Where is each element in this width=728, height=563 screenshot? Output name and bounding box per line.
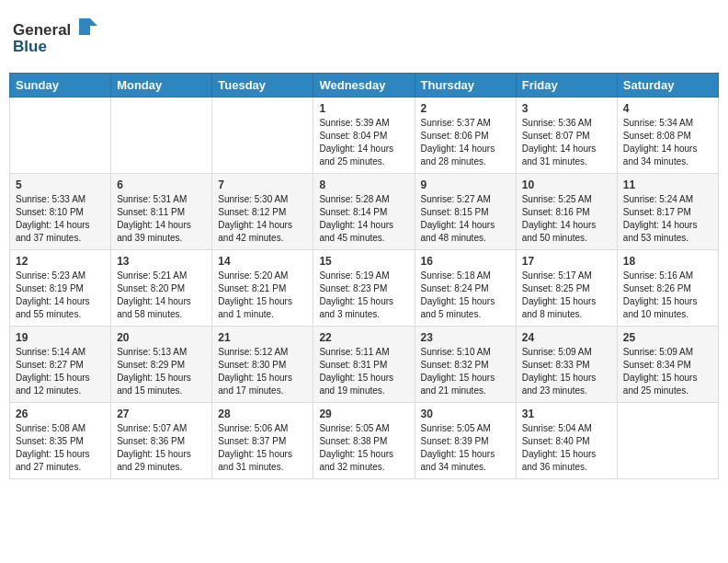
- calendar-cell: 25Sunrise: 5:09 AM Sunset: 8:34 PM Dayli…: [617, 327, 718, 403]
- day-info: Sunrise: 5:14 AM Sunset: 8:27 PM Dayligh…: [16, 346, 105, 397]
- day-number: 19: [16, 331, 105, 344]
- week-row-1: 1Sunrise: 5:39 AM Sunset: 8:04 PM Daylig…: [10, 98, 719, 174]
- day-info: Sunrise: 5:25 AM Sunset: 8:16 PM Dayligh…: [522, 193, 611, 245]
- svg-marker-1: [79, 18, 97, 35]
- day-info: Sunrise: 5:20 AM Sunset: 8:21 PM Dayligh…: [218, 270, 307, 321]
- day-number: 24: [522, 331, 611, 344]
- calendar-cell: 4Sunrise: 5:34 AM Sunset: 8:08 PM Daylig…: [617, 98, 718, 174]
- day-info: Sunrise: 5:07 AM Sunset: 8:36 PM Dayligh…: [117, 422, 206, 474]
- calendar-cell: 31Sunrise: 5:04 AM Sunset: 8:40 PM Dayli…: [516, 403, 617, 479]
- calendar-cell: 27Sunrise: 5:07 AM Sunset: 8:36 PM Dayli…: [111, 403, 212, 479]
- svg-text:Blue: Blue: [13, 38, 47, 55]
- day-info: Sunrise: 5:30 AM Sunset: 8:12 PM Dayligh…: [218, 193, 307, 245]
- day-info: Sunrise: 5:28 AM Sunset: 8:14 PM Dayligh…: [319, 193, 408, 245]
- day-number: 25: [623, 331, 712, 344]
- day-number: 8: [319, 178, 408, 191]
- day-info: Sunrise: 5:24 AM Sunset: 8:17 PM Dayligh…: [623, 193, 712, 245]
- weekday-header-saturday: Saturday: [617, 74, 718, 98]
- calendar-cell: 16Sunrise: 5:18 AM Sunset: 8:24 PM Dayli…: [415, 250, 516, 327]
- day-info: Sunrise: 5:11 AM Sunset: 8:31 PM Dayligh…: [319, 346, 408, 397]
- day-info: Sunrise: 5:37 AM Sunset: 8:06 PM Dayligh…: [421, 117, 510, 168]
- day-number: 1: [319, 102, 408, 115]
- day-number: 15: [319, 255, 408, 268]
- day-number: 17: [522, 255, 611, 268]
- calendar-cell: 18Sunrise: 5:16 AM Sunset: 8:26 PM Dayli…: [617, 250, 718, 327]
- calendar-cell: 3Sunrise: 5:36 AM Sunset: 8:07 PM Daylig…: [516, 98, 617, 174]
- day-number: 29: [319, 408, 408, 420]
- weekday-header-thursday: Thursday: [415, 74, 516, 98]
- day-info: Sunrise: 5:31 AM Sunset: 8:11 PM Dayligh…: [117, 193, 206, 245]
- day-number: 22: [319, 331, 408, 344]
- day-info: Sunrise: 5:34 AM Sunset: 8:08 PM Dayligh…: [623, 117, 712, 168]
- day-info: Sunrise: 5:05 AM Sunset: 8:39 PM Dayligh…: [421, 422, 510, 474]
- calendar-cell: 22Sunrise: 5:11 AM Sunset: 8:31 PM Dayli…: [313, 327, 415, 403]
- day-info: Sunrise: 5:06 AM Sunset: 8:37 PM Dayligh…: [218, 422, 307, 474]
- day-number: 31: [522, 408, 611, 420]
- calendar-cell: [617, 403, 718, 479]
- weekday-header-tuesday: Tuesday: [212, 74, 313, 98]
- day-number: 30: [421, 408, 510, 420]
- day-info: Sunrise: 5:39 AM Sunset: 8:04 PM Dayligh…: [319, 117, 408, 168]
- logo-row: General Blue: [13, 15, 114, 60]
- day-info: Sunrise: 5:17 AM Sunset: 8:25 PM Dayligh…: [522, 270, 611, 321]
- day-number: 12: [16, 255, 105, 268]
- week-row-3: 12Sunrise: 5:23 AM Sunset: 8:19 PM Dayli…: [10, 250, 719, 327]
- day-info: Sunrise: 5:04 AM Sunset: 8:40 PM Dayligh…: [522, 422, 611, 474]
- calendar-cell: [212, 98, 313, 174]
- day-number: 9: [421, 178, 510, 191]
- day-info: Sunrise: 5:09 AM Sunset: 8:33 PM Dayligh…: [522, 346, 611, 397]
- calendar-cell: 6Sunrise: 5:31 AM Sunset: 8:11 PM Daylig…: [111, 174, 212, 250]
- day-info: Sunrise: 5:05 AM Sunset: 8:38 PM Dayligh…: [319, 422, 408, 474]
- calendar-cell: 26Sunrise: 5:08 AM Sunset: 8:35 PM Dayli…: [10, 403, 111, 479]
- weekday-header-friday: Friday: [516, 74, 617, 98]
- day-number: 14: [218, 255, 307, 268]
- week-row-4: 19Sunrise: 5:14 AM Sunset: 8:27 PM Dayli…: [10, 327, 719, 403]
- day-number: 27: [117, 408, 206, 420]
- day-number: 3: [522, 102, 611, 115]
- day-number: 5: [16, 178, 105, 191]
- calendar-cell: 7Sunrise: 5:30 AM Sunset: 8:12 PM Daylig…: [212, 174, 313, 250]
- calendar-cell: 8Sunrise: 5:28 AM Sunset: 8:14 PM Daylig…: [313, 174, 415, 250]
- logo: General Blue: [13, 15, 114, 60]
- calendar-cell: 15Sunrise: 5:19 AM Sunset: 8:23 PM Dayli…: [313, 250, 415, 327]
- day-number: 23: [421, 331, 510, 344]
- day-number: 28: [218, 408, 307, 420]
- day-info: Sunrise: 5:16 AM Sunset: 8:26 PM Dayligh…: [623, 270, 712, 321]
- calendar-cell: 24Sunrise: 5:09 AM Sunset: 8:33 PM Dayli…: [516, 327, 617, 403]
- calendar-cell: 13Sunrise: 5:21 AM Sunset: 8:20 PM Dayli…: [111, 250, 212, 327]
- day-info: Sunrise: 5:10 AM Sunset: 8:32 PM Dayligh…: [421, 346, 510, 397]
- calendar-cell: 30Sunrise: 5:05 AM Sunset: 8:39 PM Dayli…: [415, 403, 516, 479]
- calendar-cell: 5Sunrise: 5:33 AM Sunset: 8:10 PM Daylig…: [10, 174, 111, 250]
- svg-text:General: General: [13, 21, 71, 39]
- day-info: Sunrise: 5:09 AM Sunset: 8:34 PM Dayligh…: [623, 346, 712, 397]
- day-number: 26: [16, 408, 105, 420]
- calendar-cell: 12Sunrise: 5:23 AM Sunset: 8:19 PM Dayli…: [10, 250, 111, 327]
- weekday-header-sunday: Sunday: [10, 74, 111, 98]
- day-number: 21: [218, 331, 307, 344]
- weekday-header-row: SundayMondayTuesdayWednesdayThursdayFrid…: [10, 74, 719, 98]
- calendar-cell: 2Sunrise: 5:37 AM Sunset: 8:06 PM Daylig…: [415, 98, 516, 174]
- calendar-cell: 20Sunrise: 5:13 AM Sunset: 8:29 PM Dayli…: [111, 327, 212, 403]
- day-number: 13: [117, 255, 206, 268]
- calendar-cell: 14Sunrise: 5:20 AM Sunset: 8:21 PM Dayli…: [212, 250, 313, 327]
- week-row-2: 5Sunrise: 5:33 AM Sunset: 8:10 PM Daylig…: [10, 174, 719, 250]
- day-info: Sunrise: 5:33 AM Sunset: 8:10 PM Dayligh…: [16, 193, 105, 245]
- page-header: General Blue: [9, 9, 719, 65]
- logo-svg: General Blue: [13, 15, 114, 56]
- day-info: Sunrise: 5:27 AM Sunset: 8:15 PM Dayligh…: [421, 193, 510, 245]
- calendar-cell: 1Sunrise: 5:39 AM Sunset: 8:04 PM Daylig…: [313, 98, 415, 174]
- day-number: 11: [623, 178, 712, 191]
- day-number: 7: [218, 178, 307, 191]
- day-number: 2: [421, 102, 510, 115]
- weekday-header-monday: Monday: [111, 74, 212, 98]
- week-row-5: 26Sunrise: 5:08 AM Sunset: 8:35 PM Dayli…: [10, 403, 719, 479]
- day-info: Sunrise: 5:12 AM Sunset: 8:30 PM Dayligh…: [218, 346, 307, 397]
- day-number: 16: [421, 255, 510, 268]
- calendar-cell: 10Sunrise: 5:25 AM Sunset: 8:16 PM Dayli…: [516, 174, 617, 250]
- weekday-header-wednesday: Wednesday: [313, 74, 415, 98]
- day-number: 4: [623, 102, 712, 115]
- calendar-cell: 11Sunrise: 5:24 AM Sunset: 8:17 PM Dayli…: [617, 174, 718, 250]
- calendar-cell: 21Sunrise: 5:12 AM Sunset: 8:30 PM Dayli…: [212, 327, 313, 403]
- day-info: Sunrise: 5:21 AM Sunset: 8:20 PM Dayligh…: [117, 270, 206, 321]
- day-info: Sunrise: 5:13 AM Sunset: 8:29 PM Dayligh…: [117, 346, 206, 397]
